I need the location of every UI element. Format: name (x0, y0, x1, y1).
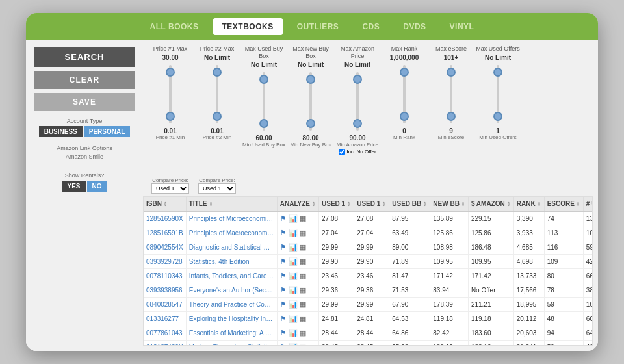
slider-thumb-bot-6[interactable] (447, 112, 456, 121)
slider-thumb-bot-5[interactable] (400, 112, 409, 121)
slider-track-1[interactable] (216, 65, 218, 124)
slider-thumb-top-1[interactable] (213, 68, 222, 77)
table-cell-r0-c2[interactable]: ⚑📊▦ (277, 211, 318, 226)
business-toggle[interactable]: BUSINESS (39, 126, 83, 137)
chart-icon[interactable]: 📊 (289, 257, 298, 266)
table-cell-r9-c2[interactable]: ⚑📊▦ (277, 341, 318, 346)
table-cell-r2-c0[interactable]: 089042554X (144, 240, 186, 255)
nav-item-cds[interactable]: CDS (353, 18, 389, 35)
analyze-icon[interactable]: ⚑ (280, 243, 287, 252)
table-cell-r3-c2[interactable]: ⚑📊▦ (277, 255, 318, 269)
slider-track-4[interactable] (356, 72, 359, 131)
nav-item-textbooks[interactable]: TEXTBOOKS (213, 18, 283, 35)
col-header-rank[interactable]: RANK⇕ (514, 197, 544, 211)
grid-icon[interactable]: ▦ (300, 315, 306, 323)
table-cell-r7-c2[interactable]: ⚑📊▦ (277, 312, 318, 326)
slider-thumb-top-7[interactable] (493, 68, 502, 77)
slider-thumb-top-3[interactable] (306, 75, 315, 84)
slider-thumb-bot-1[interactable] (213, 112, 222, 121)
nav-item-outliers[interactable]: OUTLIERS (288, 18, 348, 35)
table-cell-r8-c1[interactable]: Essentials of Marketing: A Marke... (186, 326, 277, 341)
table-cell-r4-c1[interactable]: Infants, Toddlers, and Caregiver... (186, 269, 277, 283)
slider-track-0[interactable] (169, 65, 172, 124)
chart-icon[interactable]: 📊 (289, 300, 298, 309)
grid-icon[interactable]: ▦ (300, 214, 306, 223)
slider-thumb-bot-4[interactable] (353, 119, 362, 128)
search-button[interactable]: SEARCH (34, 47, 135, 67)
grid-icon[interactable]: ▦ (300, 300, 306, 309)
grid-icon[interactable]: ▦ (300, 272, 306, 280)
personal-toggle[interactable]: PERSONAL (84, 126, 131, 137)
slider-thumb-bot-0[interactable] (166, 112, 175, 121)
grid-icon[interactable]: ▦ (300, 343, 306, 346)
table-cell-r5-c2[interactable]: ⚑📊▦ (277, 283, 318, 298)
slider-thumb-bot-2[interactable] (259, 119, 268, 128)
table-cell-r4-c0[interactable]: 0078110343 (144, 269, 186, 283)
inc-offer-checkbox-4[interactable]: Inc. No Offer (339, 149, 376, 155)
grid-icon[interactable]: ▦ (300, 257, 306, 266)
table-cell-r0-c1[interactable]: Principles of Microeconomics, 7t... (186, 211, 277, 226)
slider-track-7[interactable] (497, 65, 499, 124)
table-cell-r8-c2[interactable]: ⚑📊▦ (277, 326, 318, 341)
col-header-isbn[interactable]: ISBN⇕ (144, 197, 186, 211)
analyze-icon[interactable]: ⚑ (280, 257, 287, 266)
grid-icon[interactable]: ▦ (300, 286, 306, 294)
col-header--amazon[interactable]: $ AMAZON⇕ (468, 197, 514, 211)
analyze-icon[interactable]: ⚑ (280, 300, 287, 309)
table-cell-r7-c0[interactable]: 013316277 (144, 312, 186, 326)
table-cell-r7-c1[interactable]: Exploring the Hospitality Indust... (186, 312, 277, 326)
slider-thumb-top-0[interactable] (166, 68, 175, 77)
chart-icon[interactable]: 📊 (289, 272, 298, 280)
col-header-analyze[interactable]: ANALYZE⇕ (277, 197, 318, 211)
table-cell-r1-c1[interactable]: Principles of Macroeconomics (Ma... (186, 226, 277, 240)
slider-track-3[interactable] (309, 72, 312, 131)
analyze-icon[interactable]: ⚑ (280, 272, 287, 280)
col-header-title[interactable]: TITLE⇕ (186, 197, 277, 211)
col-header-new-bb[interactable]: NEW BB⇕ (430, 197, 469, 211)
table-cell-r8-c0[interactable]: 0077861043 (144, 326, 186, 341)
table-cell-r2-c2[interactable]: ⚑📊▦ (277, 240, 318, 255)
slider-track-6[interactable] (450, 65, 452, 124)
slider-thumb-top-6[interactable] (447, 68, 456, 77)
analyze-icon[interactable]: ⚑ (280, 286, 287, 294)
analyze-icon[interactable]: ⚑ (280, 315, 287, 323)
slider-thumb-top-5[interactable] (400, 68, 409, 77)
compare-select-1[interactable]: Used 1 Used 2 (151, 183, 189, 194)
slider-thumb-bot-3[interactable] (306, 119, 315, 128)
grid-icon[interactable]: ▦ (300, 243, 306, 252)
col-header-used-1[interactable]: USED 1⇕ (319, 197, 354, 211)
table-cell-r3-c0[interactable]: 0393929728 (144, 255, 186, 269)
table-cell-r5-c1[interactable]: Everyone's an Author (Second Edition) (186, 283, 277, 298)
grid-icon[interactable]: ▦ (300, 329, 306, 337)
chart-icon[interactable]: 📊 (289, 214, 298, 223)
chart-icon[interactable]: 📊 (289, 315, 298, 323)
col-header-escore[interactable]: ESCORE⇕ (544, 197, 583, 211)
col-header-used-bb[interactable]: USED BB⇕ (389, 197, 430, 211)
chart-icon[interactable]: 📊 (289, 286, 298, 294)
analyze-icon[interactable]: ⚑ (280, 343, 287, 346)
rentals-yes-toggle[interactable]: YES (62, 181, 85, 192)
table-cell-r4-c2[interactable]: ⚑📊▦ (277, 269, 318, 283)
slider-track-5[interactable] (403, 65, 406, 124)
table-cell-r1-c2[interactable]: ⚑📊▦ (277, 226, 318, 240)
save-button[interactable]: SAVE (34, 93, 135, 111)
table-cell-r9-c1[interactable]: Modern Elementary Statistics (12... (186, 341, 277, 346)
table-cell-r9-c0[interactable]: 013187439X (144, 341, 186, 346)
col-header--used[interactable]: # USED⇕ (583, 197, 593, 211)
analyze-icon[interactable]: ⚑ (280, 214, 287, 223)
table-cell-r1-c0[interactable]: 128516591B (144, 226, 186, 240)
rentals-no-toggle[interactable]: NO (87, 181, 107, 192)
slider-thumb-bot-7[interactable] (493, 112, 502, 121)
table-cell-r2-c1[interactable]: Diagnostic and Statistical Manua... (186, 240, 277, 255)
grid-icon[interactable]: ▦ (300, 229, 306, 237)
table-cell-r6-c2[interactable]: ⚑📊▦ (277, 298, 318, 312)
chart-icon[interactable]: 📊 (289, 343, 298, 346)
table-cell-r3-c1[interactable]: Statistics, 4th Edition (186, 255, 277, 269)
nav-item-vinyl[interactable]: VINYL (441, 18, 484, 35)
chart-icon[interactable]: 📊 (289, 229, 298, 237)
compare-select-2[interactable]: Used 1 Used 2 (198, 183, 236, 194)
slider-track-2[interactable] (263, 72, 265, 131)
chart-icon[interactable]: 📊 (289, 243, 298, 252)
table-cell-r6-c1[interactable]: Theory and Practice of Counselin... (186, 298, 277, 312)
col-header-used-1[interactable]: USED 1⇕ (354, 197, 389, 211)
